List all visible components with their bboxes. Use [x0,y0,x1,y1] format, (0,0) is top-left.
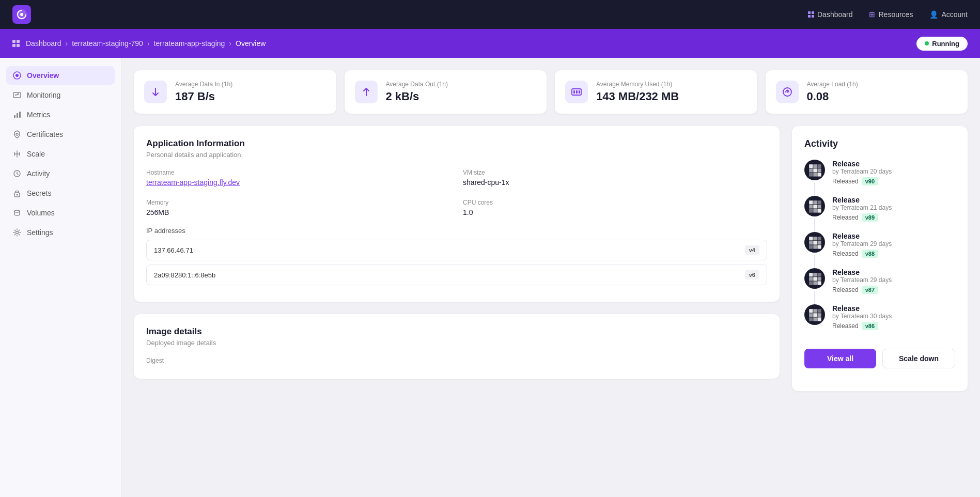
sidebar-label-monitoring: Monitoring [27,91,60,99]
stat-info-data-in: Average Data In (1h) 187 B/s [175,81,326,103]
svg-point-8 [16,133,18,135]
scale-down-button[interactable]: Scale down [882,349,955,368]
svg-point-19 [786,91,788,93]
activity-event-3: Release [832,268,892,276]
breadcrumb-bar: Dashboard › terrateam-staging-790 › terr… [0,29,980,58]
svg-rect-33 [813,200,817,204]
activity-release-2: Released v88 [832,250,892,258]
version-badge-3: v87 [862,286,878,294]
activity-action-3: Released [832,286,859,293]
svg-rect-15 [573,90,575,94]
breadcrumb-dashboard[interactable]: Dashboard [26,39,61,48]
svg-rect-7 [19,112,21,118]
ip-section-title: IP addresses [146,227,767,235]
volumes-icon [12,208,22,218]
secrets-icon [12,189,22,198]
svg-rect-42 [809,237,813,240]
sidebar-item-activity[interactable]: Activity [6,164,115,183]
svg-rect-40 [817,209,821,212]
stat-value-data-out: 2 kB/s [386,90,537,103]
breadcrumb-app[interactable]: terrateam-app-staging [154,39,225,48]
version-badge-1: v89 [862,213,878,222]
activity-icon [12,169,22,178]
activity-event-2: Release [832,232,892,240]
stat-card-memory: Average Memory Used (1h) 143 MB/232 MB [555,70,757,114]
svg-point-13 [16,231,19,234]
svg-rect-38 [809,209,813,212]
memory-icon [565,81,588,103]
sidebar-label-secrets: Secrets [27,189,51,197]
activity-action-2: Released [832,250,859,257]
svg-rect-23 [813,164,817,168]
svg-rect-5 [14,115,15,118]
image-details-subtitle: Deployed image details [146,339,767,347]
topbar-nav: Dashboard ⊞ Resources 👤 Account [808,10,968,19]
hostname-value[interactable]: terrateam-app-staging.fly.dev [146,178,450,187]
svg-rect-53 [813,273,817,276]
svg-rect-6 [17,113,18,118]
stat-value-data-in: 187 B/s [175,90,326,103]
svg-rect-37 [817,205,821,208]
sidebar-item-overview[interactable]: Overview [6,66,115,85]
sidebar-label-settings: Settings [27,228,53,237]
activity-meta-4: by Terrateam 30 days [832,313,892,320]
svg-rect-27 [817,168,821,172]
nav-dashboard[interactable]: Dashboard [808,10,853,19]
sidebar-label-volumes: Volumes [27,209,55,217]
sidebar-label-activity: Activity [27,169,50,178]
breadcrumb-org[interactable]: terrateam-staging-790 [72,39,143,48]
memory-label: Memory [146,199,450,206]
activity-event-0: Release [832,160,892,168]
svg-rect-68 [809,317,813,321]
app-info-card: Application Information Personal details… [134,126,780,302]
sidebar-item-volumes[interactable]: Volumes [6,204,115,222]
two-col-layout: Application Information Personal details… [134,126,968,391]
activity-avatar-2 [804,232,825,253]
version-badge-0: v90 [862,177,878,185]
hostname-label: Hostname [146,169,450,176]
sidebar-item-monitoring[interactable]: Monitoring [6,86,115,104]
dashboard-grid-icon [808,11,814,18]
svg-rect-48 [809,245,813,248]
svg-rect-36 [813,205,817,208]
svg-rect-67 [817,313,821,317]
activity-meta-3: by Terrateam 29 days [832,276,892,284]
svg-rect-57 [817,277,821,281]
activity-action-0: Released [832,178,859,185]
activity-avatar-4 [804,304,825,325]
activity-item-2: Release by Terrateam 29 days Released v8… [804,232,955,268]
sidebar-label-metrics: Metrics [27,111,50,119]
stat-card-data-out: Average Data Out (1h) 2 kB/s [345,70,547,114]
svg-rect-59 [813,281,817,285]
view-all-button[interactable]: View all [804,349,876,368]
activity-release-3: Released v87 [832,286,892,294]
breadcrumb-sep-2: › [147,39,150,48]
svg-rect-39 [813,209,817,212]
sidebar-item-scale[interactable]: Scale [6,145,115,163]
load-icon [776,81,799,103]
svg-rect-65 [809,313,813,317]
settings-icon [12,228,22,237]
stat-info-load: Average Load (1h) 0.08 [807,81,958,103]
data-out-icon [355,81,378,103]
sidebar-item-settings[interactable]: Settings [6,223,115,242]
svg-rect-69 [813,317,817,321]
sidebar-item-metrics[interactable]: Metrics [6,105,115,124]
nav-account[interactable]: 👤 Account [929,10,968,19]
metrics-icon [12,110,22,119]
sidebar-item-certificates[interactable]: Certificates [6,125,115,144]
status-label: Running [932,40,959,48]
cpu-label: CPU cores [463,199,767,206]
svg-point-11 [17,194,18,196]
svg-rect-25 [809,168,813,172]
certificates-icon [12,130,22,139]
nav-resources[interactable]: ⊞ Resources [869,10,913,19]
sidebar-item-secrets[interactable]: Secrets [6,184,115,203]
activity-item-1: Release by Terrateam 21 days Released v8… [804,196,955,232]
main-content: Average Data In (1h) 187 B/s Average Dat… [121,58,980,497]
activity-event-1: Release [832,196,892,204]
memory-value: 256MB [146,208,450,216]
stat-card-data-in: Average Data In (1h) 187 B/s [134,70,336,114]
ip-v4-value: 137.66.46.71 [154,246,193,254]
svg-rect-52 [809,273,813,276]
